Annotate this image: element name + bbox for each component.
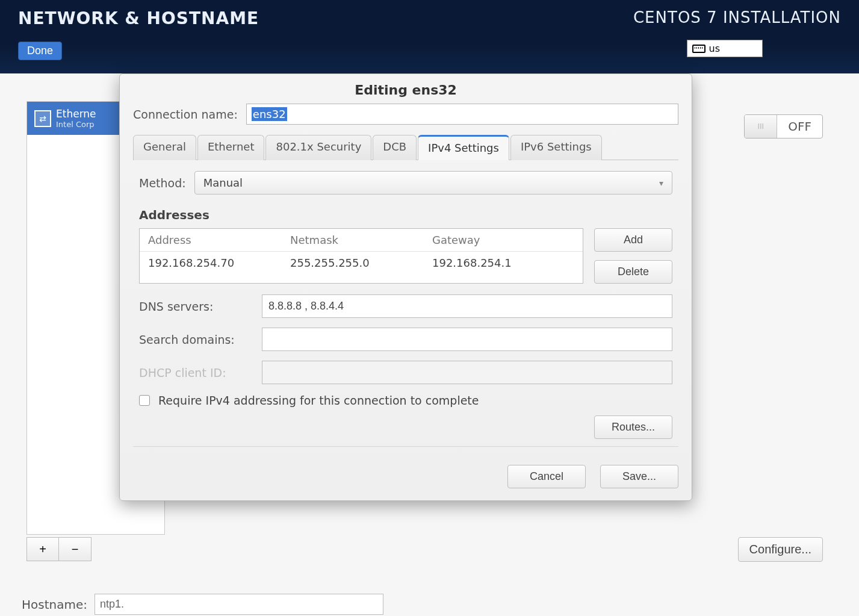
addresses-table[interactable]: Address Netmask Gateway 192.168.254.70 2… [139,228,583,284]
nic-icon: ⇄ [34,110,51,127]
connection-toggle[interactable]: III OFF [744,114,823,138]
dhcp-client-id-input [262,361,672,384]
cell-address: 192.168.254.70 [148,257,290,269]
hostname-label: Hostname: [22,597,87,612]
keyboard-icon [692,45,705,53]
dns-input[interactable] [262,294,672,318]
col-address: Address [148,234,290,246]
method-select[interactable]: Manual ▾ [194,171,672,194]
remove-interface-button[interactable]: − [59,537,91,561]
search-domains-input[interactable] [262,328,672,351]
method-label: Method: [139,176,186,190]
tab-dcb[interactable]: DCB [373,135,417,160]
interface-vendor: Intel Corp [56,120,96,129]
toggle-state: OFF [777,119,822,134]
main-area: ⇄ Etherne Intel Corp + − III OFF Configu… [0,73,859,616]
done-button[interactable]: Done [18,42,62,60]
delete-address-button[interactable]: Delete [594,260,672,284]
require-ipv4-label: Require IPv4 addressing for this connect… [158,394,479,407]
edit-connection-dialog: Editing ens32 Connection name: ens32 Gen… [119,73,692,501]
keyboard-layout-indicator[interactable]: us [687,40,763,57]
connection-name-label: Connection name: [133,108,238,121]
divider [133,446,678,447]
keyboard-layout-text: us [709,43,720,54]
connection-name-value: ens32 [252,107,287,121]
addresses-heading: Addresses [139,208,672,222]
col-netmask: Netmask [290,234,432,246]
search-domains-label: Search domains: [139,333,253,346]
cell-netmask: 255.255.255.0 [290,257,432,269]
save-button[interactable]: Save... [600,465,678,488]
tab-ethernet[interactable]: Ethernet [197,135,265,160]
chevron-down-icon: ▾ [659,178,663,188]
table-row[interactable]: 192.168.254.70 255.255.255.0 192.168.254… [140,252,583,274]
connection-name-input[interactable]: ens32 [246,104,678,125]
add-interface-button[interactable]: + [26,537,59,561]
top-bar: NETWORK & HOSTNAME CENTOS 7 INSTALLATION… [0,0,859,73]
method-value: Manual [203,176,243,189]
interface-name: Etherne [56,108,96,120]
dialog-title: Editing ens32 [120,74,692,104]
routes-button[interactable]: Routes... [594,415,672,439]
cancel-button[interactable]: Cancel [507,465,586,488]
dhcp-client-id-label: DHCP client ID: [139,366,253,379]
tab-8021x[interactable]: 802.1x Security [265,135,371,160]
tab-general[interactable]: General [133,135,196,160]
hostname-input[interactable] [95,594,383,615]
installer-title: CENTOS 7 INSTALLATION [633,8,841,26]
cell-gateway: 192.168.254.1 [432,257,574,269]
add-address-button[interactable]: Add [594,228,672,252]
dns-label: DNS servers: [139,300,253,313]
col-gateway: Gateway [432,234,574,246]
toggle-knob-icon: III [745,115,777,138]
tab-ipv4[interactable]: IPv4 Settings [418,135,509,160]
tab-ipv6[interactable]: IPv6 Settings [510,135,602,160]
page-title: NETWORK & HOSTNAME [18,8,259,28]
settings-tabs: General Ethernet 802.1x Security DCB IPv… [133,134,678,160]
require-ipv4-checkbox[interactable] [139,395,150,406]
configure-button[interactable]: Configure... [738,537,823,562]
